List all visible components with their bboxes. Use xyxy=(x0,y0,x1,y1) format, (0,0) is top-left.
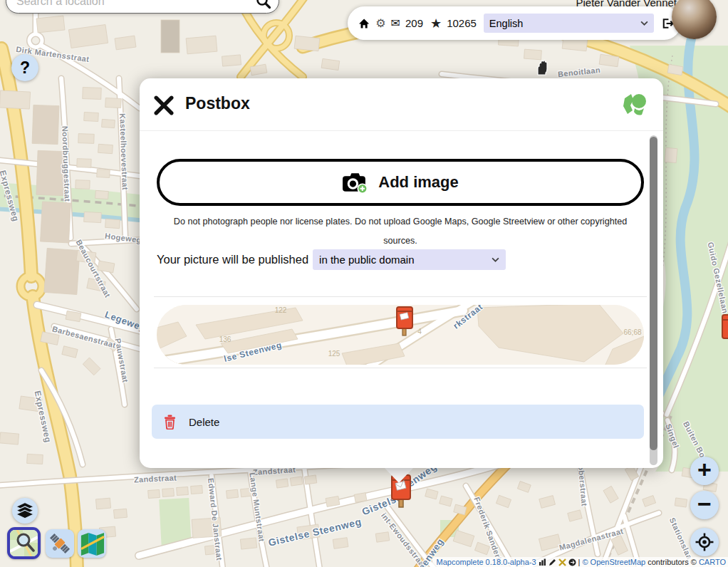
zoom-in-button[interactable]: + xyxy=(690,457,719,485)
postbox-marker-edge[interactable] xyxy=(722,314,728,348)
layers-icon xyxy=(16,502,34,519)
attribution-separator: | xyxy=(578,558,581,566)
language-select[interactable]: English xyxy=(484,14,654,33)
language-selected: English xyxy=(489,18,524,29)
folded-map-icon xyxy=(79,531,105,556)
trash-icon xyxy=(164,415,176,430)
chevron-down-icon xyxy=(640,21,648,26)
divider xyxy=(154,368,647,368)
search-bar[interactable] xyxy=(6,0,279,14)
mapcomplete-logo-icon xyxy=(620,91,648,118)
crosshair-icon xyxy=(695,533,714,551)
license-row: Your picture will be published in the pu… xyxy=(157,249,648,270)
search-input[interactable] xyxy=(16,0,256,8)
mapcomplete-version-link[interactable]: Mapcomplete 0.18.0-alpha-3 xyxy=(437,558,536,566)
stats-icon[interactable] xyxy=(539,558,546,566)
background-style-map[interactable] xyxy=(78,529,106,558)
license-select[interactable]: in the public domain xyxy=(313,249,506,270)
carto-link[interactable]: CARTO xyxy=(699,558,726,566)
user-panel: ⚙ ✉ 209 ★ 10265 English xyxy=(348,6,681,40)
image-disclaimer: Do not photograph people nor license pla… xyxy=(167,212,634,251)
scrollbar-thumb[interactable] xyxy=(650,137,657,450)
globe-icon[interactable] xyxy=(568,558,576,566)
close-icon[interactable] xyxy=(154,95,174,115)
postbox-dialog: Postbox Add image Do not photograph peop… xyxy=(140,78,663,468)
dialog-title: Postbox xyxy=(185,94,250,113)
layers-button[interactable] xyxy=(12,498,38,524)
osm-style-thumbnail xyxy=(10,530,38,556)
modal-pointer xyxy=(383,467,415,483)
attribution-bar: Mapcomplete 0.18.0-alpha-3 | © OpenStree… xyxy=(432,557,728,567)
license-prefix: Your picture will be published xyxy=(157,253,308,266)
background-style-satellite[interactable] xyxy=(46,529,74,558)
feature-minimap[interactable]: 122136lse Steenweg1254rkstraat66;68 xyxy=(157,305,644,365)
messages-count: 209 xyxy=(405,17,423,29)
help-button[interactable]: ? xyxy=(11,54,38,81)
mail-icon[interactable]: ✉ xyxy=(391,16,400,30)
contributors-text: contributors © xyxy=(648,558,697,566)
locate-button[interactable] xyxy=(690,528,719,556)
license-selected: in the public domain xyxy=(319,254,414,266)
delete-button[interactable]: Delete xyxy=(152,405,644,439)
camera-plus-icon xyxy=(342,172,368,194)
stars-count: 10265 xyxy=(447,17,477,29)
dialog-header: Postbox xyxy=(140,78,663,131)
divider xyxy=(154,296,647,297)
add-image-label: Add image xyxy=(378,173,458,192)
flag-icon[interactable] xyxy=(558,558,566,566)
satellite-icon xyxy=(47,531,73,556)
delete-label: Delete xyxy=(189,416,219,428)
home-icon[interactable] xyxy=(358,18,370,29)
background-style-osm-selected[interactable] xyxy=(7,527,41,559)
plus-icon: + xyxy=(697,456,712,484)
chevron-down-icon xyxy=(492,257,499,262)
zoom-out-button[interactable]: − xyxy=(690,491,719,519)
postbox-marker-minimap[interactable] xyxy=(396,306,413,338)
help-label: ? xyxy=(20,58,30,78)
username: Pieter Vander Vennet xyxy=(576,0,677,9)
search-icon[interactable] xyxy=(256,0,271,9)
minus-icon: − xyxy=(697,490,712,518)
gear-icon[interactable]: ⚙ xyxy=(375,16,385,30)
add-image-button[interactable]: Add image xyxy=(157,159,644,206)
star-icon[interactable]: ★ xyxy=(430,16,442,31)
osm-link[interactable]: © OpenStreetMap xyxy=(582,558,645,566)
dialog-scrollbar xyxy=(650,135,657,465)
pencil-icon[interactable] xyxy=(548,558,556,566)
